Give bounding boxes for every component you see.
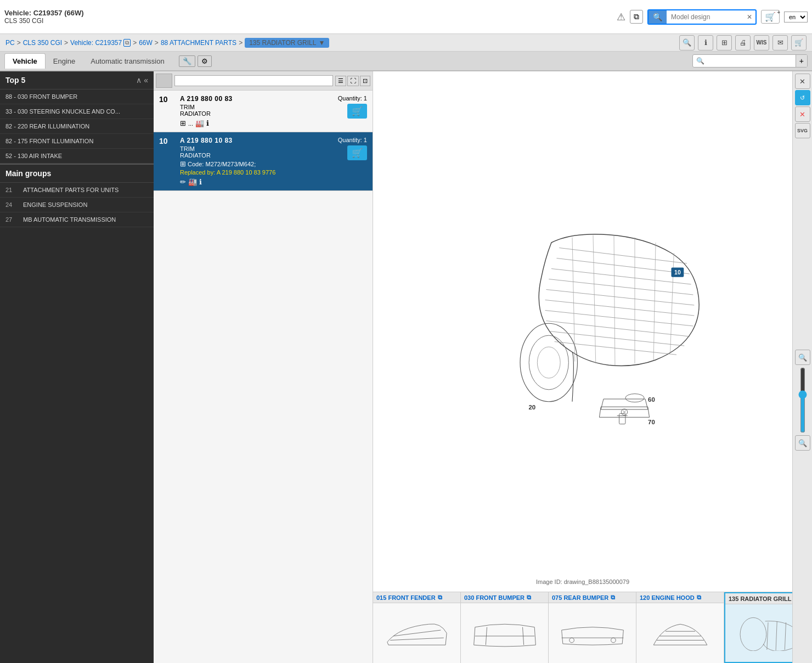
search-clear-icon[interactable]: ✕ (743, 11, 755, 23)
tab-search-add[interactable]: + (796, 55, 807, 67)
wis-btn[interactable]: WIS (754, 35, 769, 50)
main-content: Top 5 ∧ « 88 - 030 FRONT BUMPER 33 - 030… (0, 71, 812, 663)
thumb-image (636, 603, 724, 663)
part-factory-icon[interactable]: 🏭 (195, 119, 204, 127)
copy-btn[interactable]: ⧉ (630, 10, 643, 24)
thumb-radiator-grill[interactable]: 135 RADIATOR GRILL ⧉ (724, 592, 792, 663)
breadcrumb-pc[interactable]: PC (5, 39, 15, 47)
part-details: A 219 880 10 83 TRIM RADIATOR ⊞ Code: M2… (180, 137, 334, 186)
svg-btn[interactable]: SVG (795, 123, 810, 138)
mail-btn[interactable]: ✉ (772, 35, 788, 50)
thumb-front-fender[interactable]: 015 FRONT FENDER ⧉ (373, 592, 461, 663)
thumb-image (725, 604, 792, 662)
part-position: 10 (159, 95, 176, 104)
part-factory-icon[interactable]: 🏭 (188, 178, 197, 186)
header-search-input[interactable] (667, 11, 743, 23)
thumb-label: 135 RADIATOR GRILL ⧉ (725, 593, 792, 604)
svg-line-8 (546, 321, 690, 337)
part-row: 10 A 219 880 00 83 TRIM RADIATOR ⊞ ... 🏭… (159, 95, 367, 127)
breadcrumb-vehicle[interactable]: Vehicle: C219357 ⧉ (70, 39, 131, 47)
zoom-slider[interactable] (800, 367, 805, 433)
breadcrumb-toolbar: 🔍 ℹ ⊞ 🖨 WIS ✉ 🛒 (679, 35, 807, 50)
breadcrumb-66w[interactable]: 66W (139, 39, 153, 47)
svg-point-34 (569, 638, 574, 643)
parts-search-input[interactable] (174, 75, 333, 86)
tab-wrench-icon[interactable]: 🔧 (179, 55, 195, 67)
rotate-btn[interactable]: ↺ (795, 90, 810, 105)
svg-text:60: 60 (648, 396, 655, 403)
cart-top-btn[interactable]: 🛒 (791, 35, 807, 50)
part-action-icons: ✏ 🏭 ℹ (180, 178, 334, 186)
group-item[interactable]: 27MB AUTOMATIC TRANSMISSION (0, 212, 154, 227)
part-edit-icon[interactable]: ✏ (180, 178, 186, 186)
part-name: TRIM (180, 145, 334, 152)
breadcrumb-current[interactable]: 135 RADIATOR GRILL ▼ (245, 38, 329, 48)
add-to-cart-btn[interactable]: 🛒 (347, 145, 367, 160)
tab-search-input[interactable] (708, 55, 796, 66)
thumb-open-icon[interactable]: ⧉ (527, 594, 531, 601)
top5-back-btn[interactable]: « (144, 76, 148, 85)
diagram-viewport: 10 20 60 70 (373, 71, 792, 581)
svg-line-9 (549, 332, 684, 346)
header-search-btn[interactable]: 🔍 (649, 10, 667, 24)
parts-grid-btn[interactable]: ⊡ (360, 76, 370, 86)
top5-item[interactable]: 88 - 030 FRONT BUMPER (0, 89, 154, 104)
tab-automatic-transmission[interactable]: Automatic transmission (83, 54, 172, 69)
info-btn[interactable]: ℹ (698, 35, 713, 50)
part-ellipsis: ... (188, 120, 193, 127)
svg-line-12 (593, 235, 596, 364)
cart-add-btn[interactable]: 🛒+ (761, 10, 780, 24)
part-name: TRIM (180, 104, 334, 110)
zoom-out-diagram-btn[interactable]: 🔍 (795, 435, 810, 451)
print-btn[interactable]: 🖨 (735, 35, 751, 50)
warning-icon-btn[interactable]: ⚠ (617, 11, 625, 23)
thumb-open-icon[interactable]: ⧉ (438, 594, 442, 601)
group-item[interactable]: 21ATTACHMENT PARTS FOR UNITS (0, 183, 154, 198)
breadcrumb-cls[interactable]: CLS 350 CGI (23, 39, 62, 47)
tab-vehicle[interactable]: Vehicle (4, 53, 46, 69)
part-code: A 219 880 10 83 (180, 137, 334, 144)
top5-item[interactable]: 33 - 030 STEERING KNUCKLE AND CO... (0, 104, 154, 119)
svg-text:20: 20 (529, 404, 536, 411)
breadcrumb: PC > CLS 350 CGI > Vehicle: C219357 ⧉ > … (5, 38, 329, 48)
model-search-box: 🔍 ✕ (647, 9, 757, 25)
part-grid-icon[interactable]: ⊞ (180, 119, 186, 127)
group-item[interactable]: 24ENGINE SUSPENSION (0, 198, 154, 212)
zoom-in-btn[interactable]: 🔍 (679, 35, 695, 50)
top5-item[interactable]: 82 - 175 FRONT ILLUMINATION (0, 134, 154, 149)
model-label: CLS 350 CGI (4, 17, 84, 25)
svg-line-4 (549, 279, 693, 295)
tab-engine[interactable]: Engine (46, 54, 83, 69)
language-selector[interactable]: en de (784, 12, 808, 23)
thumb-front-bumper[interactable]: 030 FRONT BUMPER ⧉ (461, 592, 549, 663)
zoom-in-diagram-btn[interactable]: 🔍 (795, 350, 810, 365)
parts-expand-btn[interactable]: ⛶ (347, 76, 359, 86)
part-details: A 219 880 00 83 TRIM RADIATOR ⊞ ... 🏭 ℹ (180, 95, 334, 127)
add-to-cart-btn[interactable]: 🛒 (347, 104, 367, 119)
thumb-open-icon[interactable]: ⧉ (611, 594, 615, 601)
part-code-info: ⊞ Code: M272/M273/M642; (180, 160, 334, 168)
top5-collapse-btn[interactable]: ∧ (136, 76, 142, 85)
part-item-selected[interactable]: 10 A 219 880 10 83 TRIM RADIATOR ⊞ Code:… (154, 132, 373, 191)
svg-point-35 (611, 638, 616, 643)
parts-list-view-btn[interactable]: ☰ (335, 76, 346, 86)
breadcrumb-88[interactable]: 88 ATTACHMENT PARTS (161, 39, 236, 47)
part-sub: RADIATOR (180, 152, 334, 159)
thumb-rear-bumper[interactable]: 075 REAR BUMPER ⧉ (549, 592, 636, 663)
part-item[interactable]: 10 A 219 880 00 83 TRIM RADIATOR ⊞ ... 🏭… (154, 91, 373, 132)
part-info-icon[interactable]: ℹ (199, 178, 202, 186)
breadcrumb-current-label: 135 RADIATOR GRILL (249, 39, 316, 47)
breadcrumb-bar: PC > CLS 350 CGI > Vehicle: C219357 ⧉ > … (0, 34, 812, 52)
thumb-open-icon[interactable]: ⧉ (697, 594, 701, 601)
tab-gear-icon[interactable]: ⚙ (198, 55, 212, 67)
filter-btn[interactable]: ⊞ (717, 35, 732, 50)
part-info-icon[interactable]: ℹ (206, 119, 209, 127)
thumb-label: 075 REAR BUMPER ⧉ (549, 592, 636, 603)
diagram-close-btn[interactable]: ✕ (795, 106, 810, 122)
close-panel-btn[interactable]: ✕ (795, 74, 810, 89)
top5-item[interactable]: 52 - 130 AIR INTAKE (0, 149, 154, 164)
top5-item[interactable]: 82 - 220 REAR ILLUMINATION (0, 119, 154, 134)
qty-label: Quantity: 1 (338, 95, 367, 102)
part-grid-icon-sm[interactable]: ⊞ (180, 160, 186, 168)
thumb-engine-hood[interactable]: 120 ENGINE HOOD ⧉ (636, 592, 724, 663)
